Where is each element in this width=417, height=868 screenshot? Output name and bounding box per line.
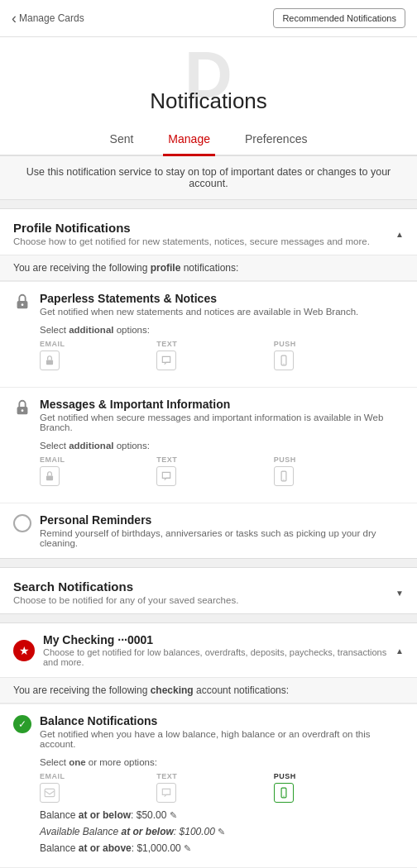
text-icon-box[interactable]	[156, 351, 176, 370]
lock-icon-2	[13, 398, 31, 417]
balance-title: Balance Notifications	[40, 714, 404, 727]
push-icon-box[interactable]	[274, 351, 294, 370]
search-notifications-section: Search Notifications Choose to be notifi…	[0, 567, 417, 614]
svg-point-6	[22, 409, 24, 412]
balance-email-option[interactable]: EMAIL	[40, 772, 156, 803]
tab-preferences[interactable]: Preferences	[240, 124, 312, 156]
available-balance-edit-icon[interactable]: ✎	[218, 827, 225, 837]
lock-small-icon-2	[44, 470, 55, 482]
messages-text-option[interactable]: TEXT	[156, 455, 273, 486]
search-section-expand-icon[interactable]	[395, 586, 404, 599]
search-section-desc: Choose to be notified for any of your sa…	[13, 595, 238, 605]
checking-sub-banner: You are receiving the following checking…	[0, 677, 417, 703]
email-label-b: EMAIL	[40, 772, 65, 780]
personal-desc: Remind yourself of birthdays, anniversar…	[40, 528, 404, 548]
text-label: TEXT	[156, 340, 177, 348]
profile-section-desc: Choose how to get notified for new state…	[13, 236, 370, 246]
svg-point-9	[283, 479, 284, 480]
phone-icon-b	[278, 787, 290, 799]
recommended-notifications-button[interactable]: Recommended Notifications	[273, 8, 405, 28]
push-label-b: PUSH	[274, 772, 296, 780]
phone-icon	[278, 355, 290, 366]
checking-section: ★ My Checking ···0001 Choose to get noti…	[0, 622, 417, 868]
paperless-desc: Get notified when new statements and not…	[40, 307, 358, 317]
email-icon-box-b[interactable]	[40, 783, 60, 803]
svg-rect-10	[45, 789, 55, 796]
svg-point-4	[283, 364, 284, 365]
checking-section-collapse-icon[interactable]	[395, 644, 404, 656]
paperless-text: Paperless Statements & Notices Get notif…	[40, 292, 358, 317]
balance-options-label: Select one or more options:	[40, 757, 404, 767]
balance-above-edit-icon[interactable]: ✎	[184, 843, 191, 853]
phone-icon-2	[278, 470, 290, 482]
paperless-options-label: Select additional options:	[40, 325, 404, 335]
tab-sent[interactable]: Sent	[105, 124, 139, 156]
svg-rect-2	[46, 360, 53, 365]
svg-point-1	[22, 303, 24, 306]
profile-sub-banner: You are receiving the following profile …	[0, 255, 417, 281]
messages-notification-item: Messages & Important Information Get not…	[0, 387, 417, 503]
chat-icon-2	[161, 470, 172, 482]
text-icon-box-b[interactable]	[156, 783, 176, 803]
chat-icon-b	[161, 787, 172, 799]
email-label: EMAIL	[40, 340, 65, 348]
personal-text: Personal Reminders Remind yourself of bi…	[40, 513, 404, 548]
personal-title: Personal Reminders	[40, 513, 404, 527]
email-icon-box-2[interactable]	[40, 466, 60, 486]
balance-above-item: Balance at or above: $1,000.00 ✎	[40, 842, 391, 854]
balance-push-option[interactable]: PUSH	[274, 772, 391, 803]
paperless-push-option[interactable]: PUSH	[274, 340, 391, 370]
circle-icon	[13, 514, 31, 532]
text-label-2: TEXT	[156, 455, 177, 464]
balance-header: ✓ Balance Notifications Get notified whe…	[13, 714, 404, 749]
messages-text: Messages & Important Information Get not…	[40, 398, 404, 432]
profile-section-header[interactable]: Profile Notifications Choose how to get …	[0, 209, 417, 255]
push-icon-box-b[interactable]	[274, 783, 294, 803]
checking-title-area: My Checking ···0001 Choose to get notifi…	[43, 633, 395, 667]
page-title: Notifications	[0, 88, 417, 124]
messages-header: Messages & Important Information Get not…	[13, 398, 404, 432]
checking-section-header[interactable]: ★ My Checking ···0001 Choose to get noti…	[0, 623, 417, 677]
messages-desc: Get notified when secure messages and im…	[40, 413, 404, 432]
available-balance-item: Available Balance at or below: $100.00 ✎	[40, 826, 391, 837]
info-banner: Use this notification service to stay on…	[0, 156, 417, 200]
messages-push-option[interactable]: PUSH	[274, 455, 391, 486]
checking-desc: Choose to get notified for low balances,…	[43, 647, 395, 667]
chat-icon	[161, 355, 172, 366]
messages-email-option[interactable]: EMAIL	[40, 455, 156, 486]
email-label-2: EMAIL	[40, 455, 65, 464]
search-section-header[interactable]: Search Notifications Choose to be notifi…	[0, 568, 417, 613]
tab-manage[interactable]: Manage	[163, 124, 215, 156]
lock-small-icon	[44, 355, 55, 366]
tabs-bar: Sent Manage Preferences	[0, 124, 417, 156]
balance-text: Balance Notifications Get notified when …	[40, 714, 404, 749]
paperless-email-option[interactable]: EMAIL	[40, 340, 156, 370]
push-label-2: PUSH	[274, 455, 296, 464]
push-label: PUSH	[274, 340, 296, 348]
balance-below-item: Balance at or below: $50.00 ✎	[40, 809, 391, 821]
paperless-text-option[interactable]: TEXT	[156, 340, 273, 370]
svg-point-12	[283, 796, 284, 797]
check-circle-icon: ✓	[13, 715, 31, 733]
email-icon	[44, 787, 55, 799]
personal-reminders-item: Personal Reminders Remind yourself of bi…	[0, 503, 417, 558]
search-section-title: Search Notifications	[13, 579, 238, 594]
paperless-options-row: EMAIL TEXT PUSH	[40, 340, 391, 370]
messages-title: Messages & Important Information	[40, 398, 404, 411]
paperless-header: Paperless Statements & Notices Get notif…	[13, 292, 404, 317]
messages-options-label: Select additional options:	[40, 441, 404, 451]
text-icon-box-2[interactable]	[156, 466, 176, 486]
personal-header: Personal Reminders Remind yourself of bi…	[13, 513, 404, 548]
balance-below-edit-icon[interactable]: ✎	[170, 810, 177, 820]
text-label-b: TEXT	[156, 772, 177, 780]
push-icon-box-2[interactable]	[274, 466, 294, 486]
search-section-title-area: Search Notifications Choose to be notifi…	[13, 579, 238, 605]
svg-rect-7	[46, 475, 53, 480]
profile-section-title-area: Profile Notifications Choose how to get …	[13, 221, 370, 246]
email-icon-box[interactable]	[40, 351, 60, 370]
balance-notification-item: ✓ Balance Notifications Get notified whe…	[0, 703, 417, 867]
back-button[interactable]: Manage Cards	[12, 10, 84, 27]
balance-text-option[interactable]: TEXT	[156, 772, 273, 803]
star-icon: ★	[13, 640, 35, 661]
profile-section-collapse-icon[interactable]	[395, 227, 404, 240]
